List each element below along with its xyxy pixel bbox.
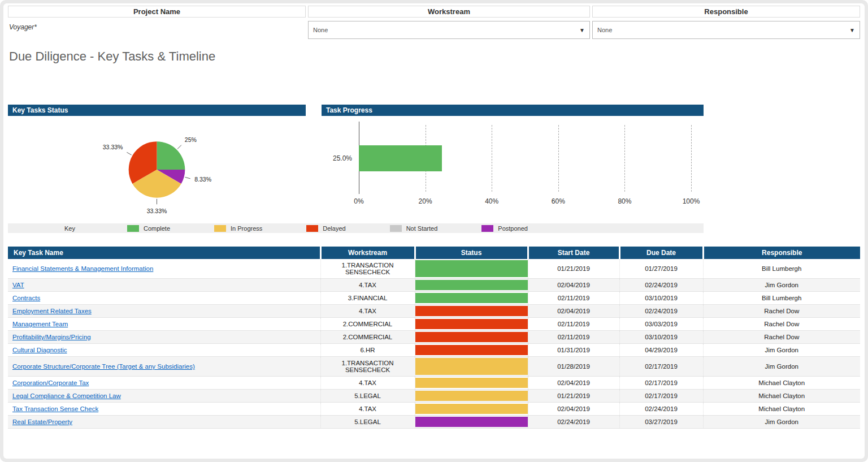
task-link[interactable]: Corporation/Corporate Tax (12, 379, 89, 386)
header-workstream: Workstream (320, 247, 415, 259)
task-cell: Tax Transaction Sense Check (8, 403, 320, 416)
status-cell (415, 331, 528, 344)
bar-gridline (624, 125, 625, 192)
legend-item-label: Delayed (323, 225, 345, 232)
task-link[interactable]: Corporate Structure/Corporate Tree (Targ… (12, 363, 195, 370)
x-tick-label: 20% (419, 197, 432, 205)
status-bar (415, 358, 528, 375)
responsible-cell: Jim Gordon (703, 416, 860, 429)
start-date-cell: 02/24/2019 (528, 416, 619, 429)
status-bar (415, 332, 528, 342)
legend-item: Delayed (306, 225, 345, 232)
table-row: Legal Compliance & Competition Law 5.LEG… (8, 390, 860, 403)
status-bar (415, 319, 528, 329)
table-row: Cultural Diagnostic 6.HR 01/31/2019 04/2… (8, 344, 860, 357)
task-link[interactable]: Management Team (12, 321, 68, 327)
responsible-cell: Michael Clayton (703, 390, 860, 403)
status-cell (415, 416, 528, 429)
table-row: VAT 4.TAX 02/04/2019 02/24/2019 Jim Gord… (8, 279, 860, 292)
task-cell: VAT (8, 279, 320, 292)
start-date-cell: 01/21/2019 (528, 259, 619, 279)
pie-panel: Key Tasks Status 25%8.33%33.33%33.33% (8, 105, 306, 221)
due-date-cell: 04/29/2019 (619, 344, 703, 357)
table-row: Corporate Structure/Corporate Tree (Targ… (8, 357, 860, 377)
page-title: Due Diligence - Key Tasks & Timeline (9, 48, 860, 65)
legend-item: Complete (127, 225, 170, 232)
filters-row: Project Name Voyager* Workstream None ▼ … (8, 6, 860, 39)
responsible-cell: Jim Gordon (703, 357, 860, 377)
responsible-cell: Rachel Dow (703, 331, 860, 344)
responsible-cell: Jim Gordon (703, 344, 860, 357)
workstream-dropdown[interactable]: None ▼ (308, 21, 590, 39)
header-due-date: Due Date (619, 247, 703, 259)
start-date-cell: 02/04/2019 (528, 305, 619, 318)
legend-swatch-in-progress (214, 225, 226, 232)
responsible-cell: Jim Gordon (703, 279, 860, 292)
responsible-cell: Bill Lumbergh (703, 292, 860, 305)
task-link[interactable]: Contracts (12, 295, 40, 301)
workstream-cell: 2.COMMERCIAL (320, 318, 415, 331)
responsible-dropdown[interactable]: None ▼ (592, 21, 860, 39)
bar-panel-title: Task Progress (322, 105, 704, 116)
task-link[interactable]: Employment Related Taxes (12, 308, 92, 314)
task-cell: Legal Compliance & Competition Law (8, 390, 320, 403)
responsible-header: Responsible (592, 6, 860, 18)
workstream-cell: 5.LEGAL (320, 416, 415, 429)
task-link[interactable]: Legal Compliance & Competition Law (12, 392, 121, 399)
status-bar (415, 417, 528, 427)
due-date-cell: 03/27/2019 (619, 416, 703, 429)
x-tick-label: 40% (485, 197, 498, 205)
task-cell: Real Estate/Property (8, 416, 320, 429)
status-bar (415, 391, 528, 401)
chevron-down-icon: ▼ (579, 27, 585, 33)
task-link[interactable]: Cultural Diagnostic (12, 347, 67, 353)
progress-bar[interactable] (359, 145, 442, 171)
task-link[interactable]: VAT (12, 282, 24, 288)
app-frame: Project Name Voyager* Workstream None ▼ … (0, 0, 868, 462)
status-bar (415, 378, 528, 388)
legend-item-label: Postponed (498, 225, 528, 232)
status-cell (415, 318, 528, 331)
status-cell (415, 279, 528, 292)
bar-gridline (691, 125, 692, 192)
task-cell: Corporate Structure/Corporate Tree (Targ… (8, 357, 320, 377)
legend-swatch-postponed (481, 225, 493, 232)
pie-label-line (185, 177, 190, 178)
task-link[interactable]: Tax Transaction Sense Check (12, 405, 98, 412)
due-date-cell: 03/03/2019 (619, 318, 703, 331)
task-link[interactable]: Real Estate/Property (12, 418, 72, 425)
x-tick-label: 100% (683, 197, 700, 205)
task-cell: Profitability/Margins/Pricing (8, 331, 320, 344)
due-date-cell: 03/10/2019 (619, 292, 703, 305)
legend-swatch-delayed (306, 225, 318, 232)
legend-item-label: In Progress (231, 225, 262, 232)
status-cell (415, 390, 528, 403)
table-row: Employment Related Taxes 4.TAX 02/04/201… (8, 305, 860, 318)
status-bar (415, 280, 528, 290)
header-key-task-name: Key Task Name (8, 247, 320, 259)
pie-label-line (177, 145, 181, 149)
legend-item-label: Complete (144, 225, 170, 232)
status-cell (415, 377, 528, 390)
workstream-cell: 3.FINANCIAL (320, 292, 415, 305)
pie-panel-title: Key Tasks Status (8, 105, 306, 116)
workstream-cell: 5.LEGAL (320, 390, 415, 403)
bar-plot: 25.0% (359, 125, 691, 192)
status-cell (415, 305, 528, 318)
header-status: Status (415, 247, 528, 259)
task-link[interactable]: Financial Statements & Management Inform… (12, 265, 153, 272)
filter-responsible: Responsible None ▼ (592, 6, 860, 39)
pie-label: 8.33% (194, 176, 211, 183)
bar-chart-body: 25.0% 0%20%40%60%80%100% (322, 116, 704, 209)
due-date-cell: 02/17/2019 (619, 357, 703, 377)
start-date-cell: 02/04/2019 (528, 279, 619, 292)
legend-swatch-not-started (390, 225, 402, 232)
status-bar (415, 404, 528, 414)
task-cell: Contracts (8, 292, 320, 305)
start-date-cell: 01/28/2019 (528, 357, 619, 377)
start-date-cell: 02/04/2019 (528, 403, 619, 416)
table-header-row: Key Task Name Workstream Status Start Da… (8, 247, 860, 259)
task-cell: Employment Related Taxes (8, 305, 320, 318)
start-date-cell: 01/21/2019 (528, 390, 619, 403)
task-link[interactable]: Profitability/Margins/Pricing (12, 334, 91, 340)
